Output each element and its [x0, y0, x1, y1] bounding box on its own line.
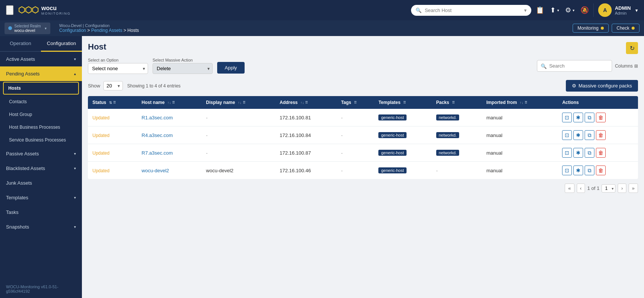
settings-caret: ▾	[573, 8, 574, 12]
hosts-table: Status ⇅ ⠿ Host name ↑↓ ⠿ Display name ↑…	[88, 96, 638, 179]
action-icons: ⊡ ✱ ⧉ 🗑	[562, 113, 633, 122]
hamburger-menu[interactable]: ☰	[6, 5, 14, 15]
sidebar-item-host-bp[interactable]: Host Business Processes	[0, 121, 82, 134]
sidebar-section-templates[interactable]: Templates ▾	[0, 190, 82, 205]
status-value: Updated	[92, 133, 109, 138]
delete-button[interactable]: 🗑	[596, 166, 606, 175]
check-pill[interactable]: Check	[612, 24, 639, 33]
tab-configuration[interactable]: Configuration	[41, 36, 82, 52]
cell-host-name: R4.a3sec.com	[137, 126, 202, 144]
massive-configure-button[interactable]: ⚙ Massive configure packs	[566, 80, 638, 92]
edit-button[interactable]: ✱	[573, 166, 583, 175]
avatar: A	[598, 3, 612, 17]
massive-action-label: Select Massive Action	[153, 58, 213, 62]
sidebar-section-passive-assets[interactable]: Passive Assets ▾	[0, 146, 82, 161]
host-name-link[interactable]: R1.a3sec.com	[142, 115, 173, 120]
view-button[interactable]: ⊡	[562, 166, 572, 175]
host-name-link[interactable]: R7.a3sec.com	[142, 150, 173, 156]
display-name-value: wocu-devel2	[206, 168, 233, 173]
tags-dash: -	[341, 168, 343, 173]
templates-sort[interactable]: ⠿	[403, 101, 406, 105]
search-dropdown-arrow[interactable]: ▾	[524, 8, 527, 13]
massive-configure-label: Massive configure packs	[579, 83, 632, 89]
host-name-link[interactable]: R4.a3sec.com	[142, 132, 173, 138]
refresh-button[interactable]: ↻	[626, 42, 638, 54]
table-search-input[interactable]	[537, 60, 612, 72]
status-sort[interactable]: ⇅ ⠿	[109, 101, 116, 105]
duplicate-button[interactable]: ⧉	[585, 130, 594, 140]
display-name-dash: -	[206, 132, 207, 138]
search-icon: 🔍	[416, 8, 422, 13]
tags-sort[interactable]: ⠿	[354, 101, 357, 105]
template-badge: generic-host	[378, 114, 407, 120]
delete-button[interactable]: 🗑	[596, 113, 606, 122]
edit-button[interactable]: ✱	[573, 130, 583, 140]
monitoring-label: Monitoring	[577, 26, 599, 31]
prev-page-button[interactable]: ‹	[577, 184, 585, 193]
packs-sort[interactable]: ⠿	[452, 101, 455, 105]
realm-title: Selected Realm	[14, 24, 41, 28]
host-name-sort[interactable]: ↑↓ ⠿	[168, 101, 175, 105]
cell-display-name: -	[201, 144, 275, 162]
reports-button[interactable]: 📋	[536, 6, 544, 14]
blacklisted-assets-caret: ▾	[74, 166, 76, 170]
columns-label: Columns	[615, 63, 633, 69]
alerts-button[interactable]: 🔕	[581, 6, 589, 14]
massive-action-wrapper: Delete ▾	[153, 63, 213, 74]
view-button[interactable]: ⊡	[562, 148, 572, 158]
last-page-button[interactable]: »	[629, 184, 638, 193]
sidebar-item-contacts[interactable]: Contacts	[0, 95, 82, 108]
sidebar-item-hosts[interactable]: Hosts	[3, 82, 79, 95]
sidebar-item-service-bp[interactable]: Service Business Processes	[0, 134, 82, 146]
view-button[interactable]: ⊡	[562, 113, 572, 122]
duplicate-button[interactable]: ⧉	[585, 148, 594, 158]
cell-tags: -	[337, 162, 374, 179]
display-name-dash: -	[206, 150, 207, 156]
imported-sort[interactable]: ↑↓ ⠿	[520, 101, 527, 105]
display-name-sort[interactable]: ↑↓ ⠿	[238, 101, 245, 105]
page-select[interactable]: 1	[602, 184, 615, 193]
table-body: Updated R1.a3sec.com - 172.16.100.81 - g…	[88, 109, 638, 179]
delete-button[interactable]: 🗑	[596, 130, 606, 140]
templates-caret: ▾	[74, 196, 76, 200]
sidebar-section-snapshots[interactable]: Snapshots ▾	[0, 220, 82, 234]
global-search-input[interactable]	[411, 5, 531, 16]
duplicate-button[interactable]: ⧉	[585, 113, 594, 122]
admin-badge[interactable]: A ADMIN Admin ▾	[593, 3, 638, 17]
sidebar-section-pending-assets[interactable]: Pending Assets ▴	[0, 66, 82, 81]
first-page-button[interactable]: «	[565, 184, 574, 193]
cell-templates: generic-host	[374, 144, 431, 162]
next-page-button[interactable]: ›	[618, 184, 626, 193]
sidebar-item-junk-assets[interactable]: Junk Assets	[0, 176, 82, 190]
sidebar-section-blacklisted-assets[interactable]: Blacklisted Assets ▾	[0, 161, 82, 176]
realm-bar: Selected Realm wocu-devel ▾ Wocu-Devel |…	[0, 20, 644, 36]
cell-host-name: R7.a3sec.com	[137, 144, 202, 162]
cell-imported-from: manual	[482, 144, 558, 162]
edit-button[interactable]: ✱	[573, 148, 583, 158]
settings-button[interactable]: ⚙ ▾	[565, 6, 574, 14]
sidebar: Operation Configuration Active Assets ▾ …	[0, 36, 82, 298]
address-sort[interactable]: ↑↓ ⠿	[301, 101, 308, 105]
sidebar-section-active-assets[interactable]: Active Assets ▾	[0, 52, 82, 66]
apply-button[interactable]: Apply	[217, 62, 245, 74]
option-select[interactable]: Select none Select all	[88, 63, 148, 74]
status-pills: Monitoring Check	[573, 24, 639, 33]
col-display-name: Display name ↑↓ ⠿	[201, 96, 275, 109]
host-name-link[interactable]: wocu-devel2	[142, 168, 169, 173]
delete-button[interactable]: 🗑	[596, 148, 606, 158]
breadcrumb-link-pending[interactable]: Pending Assets	[91, 28, 122, 33]
realm-selector[interactable]: Selected Realm wocu-devel ▾	[5, 23, 50, 34]
tab-operation[interactable]: Operation	[0, 36, 41, 51]
sidebar-item-tasks[interactable]: Tasks	[0, 205, 82, 220]
sidebar-item-host-group[interactable]: Host Group	[0, 108, 82, 121]
realm-caret: ▾	[45, 26, 47, 30]
massive-action-select[interactable]: Delete	[153, 63, 213, 74]
show-select[interactable]: 20 50 100	[103, 81, 123, 90]
export-button[interactable]: ⬆ ▾	[550, 6, 559, 14]
edit-button[interactable]: ✱	[573, 113, 583, 122]
duplicate-button[interactable]: ⧉	[585, 166, 594, 175]
breadcrumb-link-config[interactable]: Configuration	[59, 28, 86, 33]
columns-button[interactable]: Columns ⊞	[615, 63, 638, 69]
monitoring-pill[interactable]: Monitoring	[573, 24, 609, 33]
view-button[interactable]: ⊡	[562, 130, 572, 140]
